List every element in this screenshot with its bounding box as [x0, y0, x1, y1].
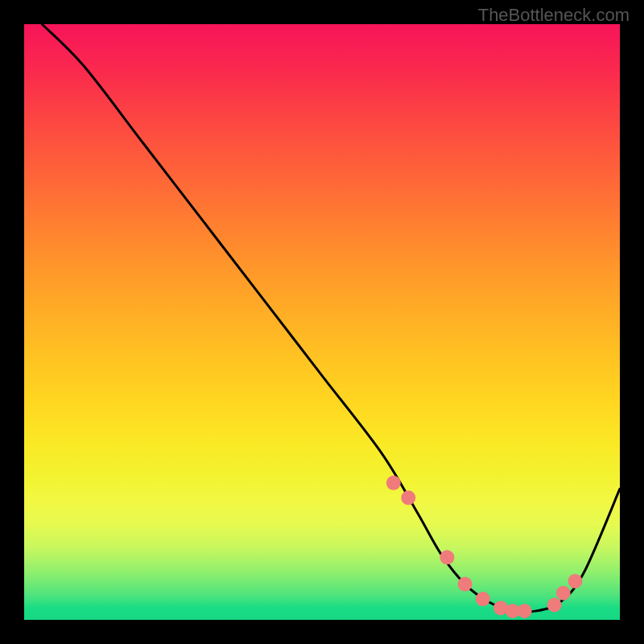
marker-dot — [386, 476, 401, 490]
marker-dot — [518, 604, 532, 618]
marker-dot — [547, 598, 562, 613]
marker-dot — [476, 592, 490, 606]
marker-dot — [401, 490, 415, 505]
curve-layer — [24, 24, 620, 620]
marker-dot — [568, 574, 583, 588]
main-curve — [42, 24, 620, 612]
marker-dots — [386, 476, 583, 618]
plot-area — [24, 24, 620, 620]
marker-dot — [556, 586, 571, 601]
watermark-text: TheBottleneck.com — [478, 5, 630, 26]
marker-dot — [440, 550, 454, 564]
chart-container: TheBottleneck.com — [0, 0, 644, 644]
marker-dot — [458, 577, 473, 592]
